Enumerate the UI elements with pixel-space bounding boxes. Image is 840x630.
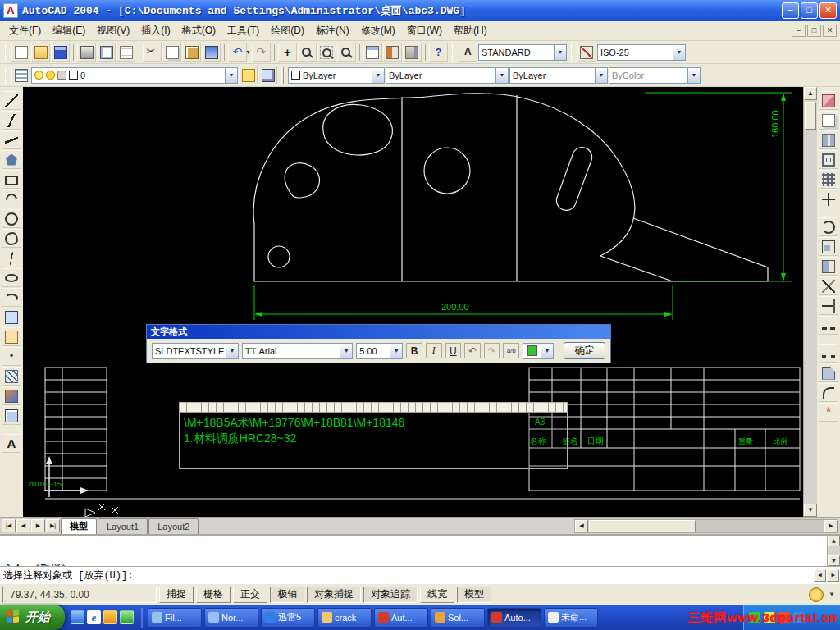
communication-center-icon[interactable] <box>809 587 824 602</box>
paste-button[interactable] <box>182 43 201 62</box>
new-button[interactable] <box>11 43 30 62</box>
otrack-toggle[interactable]: 对象追踪 <box>363 587 418 603</box>
menu-draw[interactable]: 绘图(D) <box>265 21 310 40</box>
chevron-down-icon[interactable]: ▼ <box>541 344 553 358</box>
open-button[interactable] <box>31 43 50 62</box>
pan-button[interactable] <box>278 43 297 62</box>
task-button-untitled[interactable]: 未命... <box>544 608 598 628</box>
layer-lock-icon[interactable] <box>57 71 66 80</box>
revision-cloud-button[interactable] <box>2 229 21 248</box>
menu-view[interactable]: 视图(V) <box>91 21 135 40</box>
color-combo[interactable]: ByLayer ▼ <box>288 67 385 84</box>
offset-button[interactable] <box>819 150 838 169</box>
spline-button[interactable] <box>2 249 21 267</box>
text-height-combo[interactable]: 5.00 ▼ <box>356 343 403 359</box>
menu-file[interactable]: 文件(F) <box>3 21 47 40</box>
font-combo[interactable]: TT Arial ▼ <box>242 343 353 359</box>
chevron-down-icon[interactable]: ▼ <box>340 344 352 358</box>
rotate-button[interactable] <box>819 217 838 236</box>
scroll-left-button[interactable] <box>575 520 588 532</box>
coordinate-display[interactable]: 79.37, 44.35, 0.00 <box>2 587 157 603</box>
scroll-right-button[interactable] <box>824 520 838 532</box>
make-block-button[interactable] <box>2 327 21 346</box>
redo-button[interactable] <box>252 43 271 62</box>
chamfer-button[interactable] <box>819 363 838 382</box>
bold-button[interactable]: B <box>406 343 422 358</box>
menu-insert[interactable]: 插入(I) <box>135 21 176 40</box>
stretch-button[interactable] <box>819 257 838 276</box>
layer-combo[interactable]: 0 ▼ <box>31 67 238 84</box>
toolbar-grip[interactable] <box>571 44 573 61</box>
designcenter-button[interactable] <box>383 43 402 62</box>
menu-help[interactable]: 帮助(H) <box>448 21 493 40</box>
extend-button[interactable] <box>819 296 838 315</box>
mdi-minimize-button[interactable]: – <box>792 25 806 37</box>
mdi-close-button[interactable]: ✕ <box>823 25 837 37</box>
first-tab-button[interactable]: |◀ <box>2 519 16 532</box>
media-player-icon[interactable] <box>103 610 117 624</box>
polyline-button[interactable] <box>2 130 21 149</box>
italic-button[interactable]: I <box>426 343 442 358</box>
tab-layout2[interactable]: Layout2 <box>148 518 199 534</box>
hatch-button[interactable] <box>2 367 21 386</box>
layer-on-bulb-icon[interactable] <box>34 71 43 80</box>
mirror-button[interactable] <box>819 130 838 149</box>
start-button[interactable]: 开始 <box>0 605 65 630</box>
dialog-title-bar[interactable]: 文字格式 <box>147 325 610 339</box>
scroll-left-button[interactable] <box>814 569 826 582</box>
chevron-down-icon[interactable]: ▼ <box>673 45 685 60</box>
grid-toggle[interactable]: 栅格 <box>196 587 231 603</box>
chevron-down-icon[interactable]: ▼ <box>390 344 402 358</box>
dialog-redo-button[interactable] <box>484 343 500 358</box>
trim-button[interactable] <box>819 276 838 295</box>
copy-object-button[interactable] <box>819 111 838 130</box>
text-style-combo[interactable]: STANDARD ▼ <box>478 44 567 61</box>
tab-model[interactable]: 模型 <box>61 518 97 534</box>
polar-toggle[interactable]: 极轴 <box>270 587 304 603</box>
toolbar-grip[interactable] <box>5 44 7 61</box>
task-button-crack[interactable]: crack <box>317 608 372 628</box>
chevron-down-icon[interactable]: ▼ <box>225 68 237 83</box>
layer-freeze-sun-icon[interactable] <box>46 71 55 80</box>
toolbar-grip[interactable] <box>5 67 7 84</box>
command-input-line[interactable]: 选择注释对象或 [放弃(U)]: <box>0 566 840 583</box>
lineweight-combo[interactable]: ByLayer ▼ <box>509 67 608 84</box>
task-button-norton[interactable]: Nor... <box>204 608 258 628</box>
scale-button[interactable] <box>819 237 838 256</box>
fillet-button[interactable] <box>819 383 838 402</box>
underline-button[interactable]: U <box>445 343 462 358</box>
text-style-manager-button[interactable] <box>459 43 477 62</box>
text-color-combo[interactable]: ▼ <box>523 343 554 359</box>
scrollbar-track[interactable] <box>804 131 817 504</box>
internet-explorer-icon[interactable]: e <box>87 610 101 624</box>
toolbar-grip[interactable] <box>452 44 454 61</box>
next-tab-button[interactable]: ▶ <box>31 519 45 532</box>
chevron-down-icon[interactable]: ▼ <box>495 68 508 83</box>
ellipse-button[interactable] <box>2 268 21 287</box>
ortho-toggle[interactable]: 正交 <box>233 587 267 603</box>
break-at-point-button[interactable] <box>819 316 838 335</box>
tool-palettes-button[interactable] <box>403 43 422 62</box>
gradient-button[interactable] <box>2 386 21 405</box>
explode-button[interactable] <box>819 403 838 422</box>
plot-button[interactable] <box>77 43 96 62</box>
task-button-file[interactable]: Fil... <box>148 608 202 628</box>
scroll-up-button[interactable] <box>828 536 840 546</box>
arc-button[interactable] <box>2 189 21 208</box>
layer-properties-button[interactable] <box>11 66 30 84</box>
mdi-restore-button[interactable]: □ <box>807 25 821 37</box>
help-button[interactable] <box>429 43 448 62</box>
chevron-down-icon[interactable]: ▼ <box>595 68 607 83</box>
chevron-down-icon[interactable]: ▼ <box>226 344 238 358</box>
vertical-scrollbar[interactable] <box>803 87 817 517</box>
line-button[interactable] <box>2 91 21 110</box>
menu-window[interactable]: 窗口(W) <box>401 21 448 40</box>
point-button[interactable] <box>2 347 21 366</box>
array-button[interactable] <box>819 170 838 189</box>
dim-style-combo[interactable]: ISO-25 ▼ <box>597 44 686 61</box>
publish-button[interactable] <box>116 43 135 62</box>
zoom-realtime-button[interactable] <box>298 43 317 62</box>
status-tray-arrow-icon[interactable]: ▼ <box>826 591 838 598</box>
menu-edit[interactable]: 编辑(E) <box>47 21 91 40</box>
task-button-autocad-active[interactable]: Auto... <box>487 608 541 628</box>
